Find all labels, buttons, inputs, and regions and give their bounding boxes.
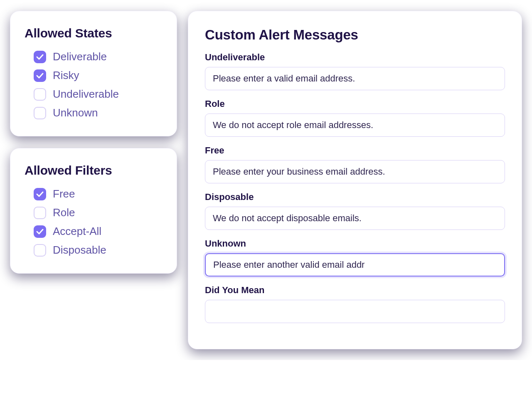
alert-label-did-you-mean: Did You Mean — [205, 285, 505, 296]
filter-label-free: Free — [53, 188, 75, 200]
alert-input-unknown[interactable] — [205, 253, 505, 277]
allowed-states-title: Allowed States — [25, 26, 163, 40]
filter-item-disposable[interactable]: Disposable — [34, 244, 163, 257]
alert-label-disposable: Disposable — [205, 192, 505, 202]
allowed-states-list: DeliverableRiskyUndeliverableUnknown — [25, 50, 163, 119]
filter-checkbox-role[interactable] — [34, 207, 46, 219]
alert-field-did-you-mean: Did You Mean — [205, 285, 505, 323]
filter-item-role[interactable]: Role — [34, 206, 163, 219]
filter-label-role: Role — [53, 206, 75, 219]
alert-field-unknown: Unknown — [205, 238, 505, 277]
alert-label-unknown: Unknown — [205, 238, 505, 249]
alert-label-role: Role — [205, 99, 505, 109]
state-label-undeliverable: Undeliverable — [53, 88, 119, 101]
state-label-risky: Risky — [53, 69, 79, 82]
allowed-filters-list: FreeRoleAccept-AllDisposable — [25, 188, 163, 257]
allowed-filters-card: Allowed Filters FreeRoleAccept-AllDispos… — [10, 148, 177, 274]
alert-field-undeliverable: Undeliverable — [205, 52, 505, 90]
alert-label-free: Free — [205, 145, 505, 156]
custom-alert-card: Custom Alert Messages UndeliverableRoleF… — [188, 11, 522, 349]
custom-alert-title: Custom Alert Messages — [205, 27, 505, 43]
alert-field-disposable: Disposable — [205, 192, 505, 230]
filter-label-disposable: Disposable — [53, 244, 106, 257]
filter-label-accept-all: Accept-All — [53, 225, 101, 238]
state-item-risky[interactable]: Risky — [34, 69, 163, 82]
allowed-states-card: Allowed States DeliverableRiskyUndeliver… — [10, 11, 177, 136]
state-item-deliverable[interactable]: Deliverable — [34, 50, 163, 63]
alert-label-undeliverable: Undeliverable — [205, 52, 505, 63]
state-item-undeliverable[interactable]: Undeliverable — [34, 88, 163, 101]
alert-fields: UndeliverableRoleFreeDisposableUnknownDi… — [205, 52, 505, 323]
alert-input-disposable[interactable] — [205, 207, 505, 230]
alert-input-undeliverable[interactable] — [205, 67, 505, 90]
state-label-deliverable: Deliverable — [53, 50, 107, 63]
filter-item-accept-all[interactable]: Accept-All — [34, 225, 163, 238]
state-checkbox-unknown[interactable] — [34, 107, 46, 119]
state-item-unknown[interactable]: Unknown — [34, 106, 163, 119]
alert-input-did-you-mean[interactable] — [205, 300, 505, 323]
state-checkbox-risky[interactable] — [34, 69, 46, 82]
state-checkbox-deliverable[interactable] — [34, 51, 46, 63]
filter-checkbox-free[interactable] — [34, 188, 46, 200]
filter-checkbox-disposable[interactable] — [34, 244, 46, 257]
alert-input-free[interactable] — [205, 160, 505, 183]
state-label-unknown: Unknown — [53, 106, 98, 119]
filter-checkbox-accept-all[interactable] — [34, 225, 46, 238]
alert-input-role[interactable] — [205, 114, 505, 137]
alert-field-role: Role — [205, 99, 505, 137]
filter-item-free[interactable]: Free — [34, 188, 163, 200]
state-checkbox-undeliverable[interactable] — [34, 88, 46, 101]
allowed-filters-title: Allowed Filters — [25, 163, 163, 178]
alert-field-free: Free — [205, 145, 505, 183]
